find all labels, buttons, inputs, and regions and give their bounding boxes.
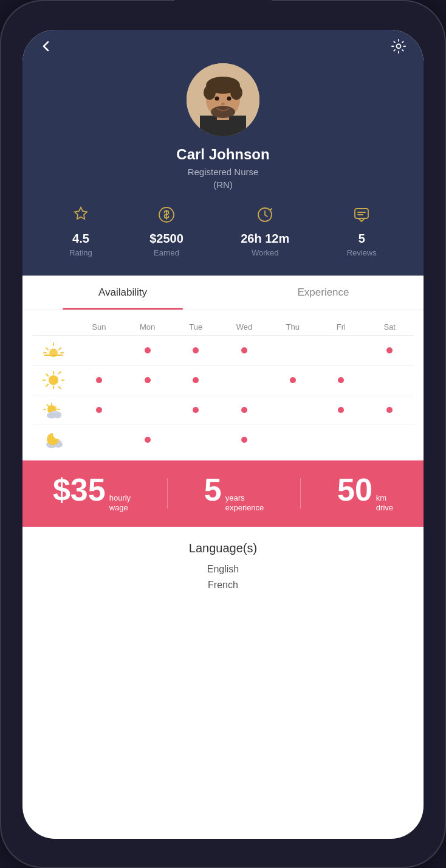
reviews-value: 5: [359, 232, 365, 246]
reviews-label: Reviews: [347, 248, 377, 257]
svg-point-25: [54, 412, 61, 418]
day-wed: Wed: [220, 322, 269, 332]
drive-labels: km drive: [376, 493, 393, 514]
clock-icon: [256, 206, 274, 228]
drive-stat: 50 km drive: [337, 474, 393, 514]
svg-point-9: [211, 106, 235, 118]
cell-day-sun: [75, 369, 123, 391]
svg-point-12: [221, 102, 225, 105]
tab-experience[interactable]: Experience: [223, 276, 424, 310]
profile-header: Carl Johnson Registered Nurse (RN) 4.5 R…: [22, 30, 424, 276]
cell-night-fri: [317, 429, 366, 451]
experience-label1: years: [225, 493, 264, 504]
notch: [174, 0, 272, 23]
wage-amount: $35: [53, 474, 106, 505]
cell-morning-sun: [75, 339, 123, 361]
cell-night-sat: [365, 429, 414, 451]
wage-label1: hourly: [109, 493, 131, 504]
sunrise-icon: [32, 341, 75, 360]
cell-night-mon: [123, 429, 172, 451]
stat-worked: 26h 12m Worked: [241, 206, 289, 257]
partly-cloudy-icon: [32, 400, 75, 420]
stat-reviews: 5 Reviews: [347, 206, 377, 257]
cell-night-wed: [220, 429, 269, 451]
cell-night-tue: [171, 429, 220, 451]
languages-title: Language(s): [189, 541, 257, 555]
star-icon: [72, 206, 90, 228]
settings-button[interactable]: [391, 38, 407, 58]
dollar-icon: [157, 206, 176, 228]
language-french: French: [208, 580, 238, 591]
user-title: Registered Nurse (RN): [188, 165, 259, 191]
icon-spacer: [32, 322, 75, 332]
experience-amount: 5: [204, 474, 222, 505]
cell-eve-fri: [317, 399, 366, 421]
cell-day-wed: [220, 369, 269, 391]
availability-section: Sun Mon Tue Wed Thu Fri Sat: [22, 310, 424, 460]
day-sun: Sun: [75, 322, 123, 332]
cell-day-thu: [269, 369, 317, 391]
cell-eve-tue: [171, 399, 220, 421]
cell-morning-wed: [220, 339, 269, 361]
svg-point-7: [204, 85, 216, 100]
schedule-row-night: [32, 425, 414, 454]
day-mon: Mon: [123, 322, 172, 332]
cell-night-sun: [75, 429, 123, 451]
cell-eve-mon: [123, 399, 172, 421]
cell-morning-tue: [171, 339, 220, 361]
experience-label2: experience: [225, 503, 264, 513]
languages-section: Language(s) English French: [22, 527, 424, 610]
drive-amount: 50: [337, 474, 372, 505]
earned-value: $2500: [149, 232, 184, 246]
cell-eve-thu: [269, 399, 317, 421]
night-icon: [32, 429, 75, 450]
divider-2: [300, 478, 301, 509]
cell-day-fri: [317, 369, 366, 391]
day-tue: Tue: [171, 322, 220, 332]
cell-morning-mon: [123, 339, 172, 361]
tab-availability[interactable]: Availability: [22, 276, 223, 310]
drive-label1: km: [376, 493, 393, 504]
wage-label2: wage: [109, 503, 131, 513]
svg-point-11: [227, 96, 232, 100]
divider-1: [167, 478, 168, 509]
svg-point-10: [215, 96, 219, 100]
back-button[interactable]: [39, 40, 53, 57]
sun-icon: [32, 370, 75, 390]
svg-point-21: [49, 375, 58, 385]
cell-morning-fri: [317, 339, 366, 361]
phone-frame: Carl Johnson Registered Nurse (RN) 4.5 R…: [0, 0, 446, 868]
worked-value: 26h 12m: [241, 232, 289, 246]
cell-morning-thu: [269, 339, 317, 361]
worked-label: Worked: [252, 248, 279, 257]
cell-day-tue: [171, 369, 220, 391]
top-bar: [22, 38, 424, 58]
chat-icon: [352, 206, 371, 228]
cell-eve-sun: [75, 399, 123, 421]
experience-stat: 5 years experience: [204, 474, 264, 514]
stat-rating: 4.5 Rating: [69, 206, 92, 257]
cell-eve-wed: [220, 399, 269, 421]
rating-label: Rating: [69, 248, 92, 257]
svg-point-0: [397, 44, 401, 48]
day-thu: Thu: [269, 322, 317, 332]
svg-rect-15: [355, 209, 368, 218]
stats-row: 4.5 Rating $2500 Earned: [41, 206, 405, 257]
drive-label2: drive: [376, 503, 393, 513]
cell-morning-sat: [365, 339, 414, 361]
day-fri: Fri: [317, 322, 366, 332]
tabs-container: Availability Experience: [22, 276, 424, 310]
schedule-row-day: [32, 365, 414, 395]
wage-stat: $35 hourly wage: [53, 474, 131, 514]
experience-labels: years experience: [225, 493, 264, 514]
schedule-row-morning: [32, 335, 414, 365]
cell-day-sat: [365, 369, 414, 391]
cell-day-mon: [123, 369, 172, 391]
bottom-banner: $35 hourly wage 5 years experience 50 km: [22, 460, 424, 527]
avatar: [187, 63, 259, 136]
cell-night-thu: [269, 429, 317, 451]
language-english: English: [207, 564, 239, 575]
day-headers: Sun Mon Tue Wed Thu Fri Sat: [32, 322, 414, 332]
day-sat: Sat: [365, 322, 414, 332]
cell-eve-sat: [365, 399, 414, 421]
